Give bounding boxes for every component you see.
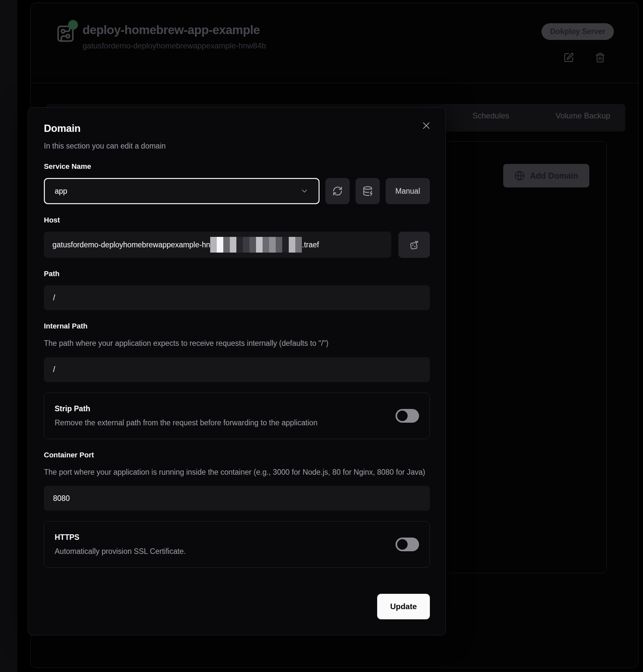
generate-domain-button[interactable]	[398, 232, 430, 258]
container-port-label: Container Port	[44, 451, 430, 459]
dialog-subtitle: In this section you can edit a domain	[44, 142, 430, 150]
redacted-block	[282, 237, 289, 252]
circuit-board-icon	[56, 24, 75, 43]
redacted-block	[243, 237, 250, 252]
tab-schedules[interactable]: Schedules	[472, 111, 509, 121]
refresh-services-button[interactable]	[325, 178, 350, 204]
https-description: Automatically provision SSL Certificate.	[55, 547, 186, 556]
host-value-prefix: gatusfordemo-deployhomebrewappexample-hn	[52, 240, 210, 249]
host-value-suffix: .traef	[302, 240, 319, 249]
application-header: deploy-homebrew-app-example gatusfordemo…	[31, 3, 638, 83]
redacted-block	[276, 237, 282, 252]
edit-icon[interactable]	[563, 52, 574, 63]
dialog-title: Domain	[44, 123, 430, 135]
toggle-thumb	[397, 411, 408, 421]
strip-path-card: Strip Path Remove the external path from…	[44, 393, 430, 439]
https-toggle[interactable]	[396, 537, 419, 551]
redacted-block	[256, 237, 263, 252]
status-dot	[68, 20, 78, 30]
service-name-select[interactable]: app	[44, 178, 319, 204]
close-icon[interactable]	[421, 120, 433, 131]
https-label: HTTPS	[55, 533, 186, 542]
service-name-label: Service Name	[44, 162, 430, 171]
internal-path-description: The path where your application expects …	[44, 338, 430, 349]
chevron-down-icon	[300, 187, 309, 195]
internal-path-input[interactable]	[44, 357, 430, 382]
https-card: HTTPS Automatically provision SSL Certif…	[44, 521, 430, 568]
fetch-compose-services-button[interactable]	[355, 178, 380, 204]
server-badge: Dokploy Server	[542, 23, 614, 40]
app-root: deploy-homebrew-app-example gatusfordemo…	[0, 0, 643, 672]
internal-path-label: Internal Path	[44, 322, 430, 331]
page-subtitle: gatusfordemo-deployhomebrewappexample-hn…	[83, 41, 266, 50]
redacted-block	[230, 237, 236, 252]
trash-icon[interactable]	[595, 52, 605, 63]
update-button[interactable]: Update	[377, 594, 430, 619]
redacted-block	[289, 237, 295, 252]
redacted-block	[269, 237, 276, 252]
redacted-block	[250, 237, 256, 252]
globe-icon	[514, 171, 525, 181]
redacted-block	[263, 237, 269, 252]
add-domain-label: Add Domain	[530, 171, 578, 181]
host-label: Host	[44, 216, 430, 224]
refresh-icon	[332, 186, 343, 196]
strip-path-toggle[interactable]	[396, 409, 419, 423]
strip-path-label: Strip Path	[55, 405, 318, 413]
redacted-block	[217, 237, 223, 252]
path-input[interactable]	[44, 285, 430, 310]
host-redaction	[210, 237, 302, 252]
toggle-thumb	[397, 539, 408, 550]
database-zap-icon	[362, 186, 373, 196]
dice-icon	[409, 239, 420, 250]
page-title: deploy-homebrew-app-example	[83, 23, 266, 37]
tab-volume-backup[interactable]: Volume Backup	[556, 111, 610, 121]
host-input[interactable]: gatusfordemo-deployhomebrewappexample-hn…	[44, 232, 391, 258]
strip-path-description: Remove the external path from the reques…	[55, 419, 318, 427]
sidebar-sliver	[0, 0, 17, 672]
manual-button[interactable]: Manual	[386, 178, 430, 204]
redacted-block	[223, 237, 230, 252]
redacted-block	[295, 237, 302, 252]
add-domain-button[interactable]: Add Domain	[503, 164, 589, 187]
path-label: Path	[44, 270, 430, 278]
container-port-input[interactable]	[44, 486, 430, 511]
redacted-block	[236, 237, 243, 252]
service-name-value: app	[55, 187, 67, 196]
redacted-block	[210, 237, 217, 252]
domain-dialog: Domain In this section you can edit a do…	[28, 107, 446, 635]
container-port-description: The port where your application is runni…	[44, 466, 430, 478]
